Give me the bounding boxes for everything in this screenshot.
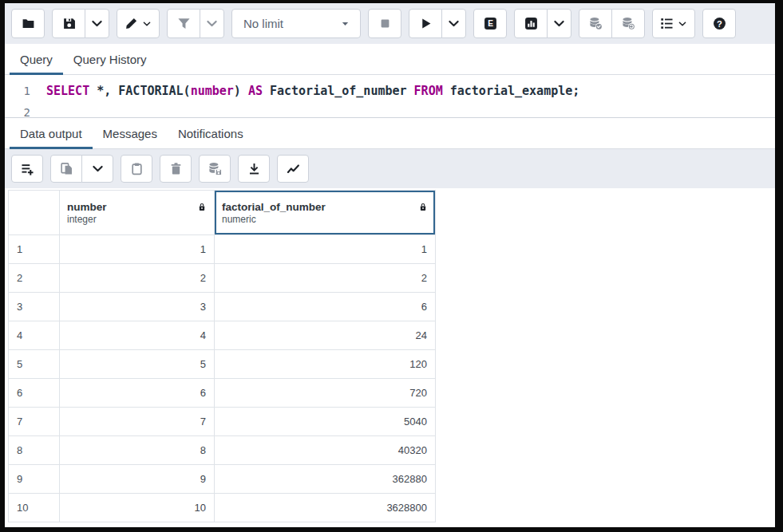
row-number-cell[interactable]: 1 xyxy=(9,235,60,264)
data-cell[interactable]: 5 xyxy=(60,350,215,379)
macros-button[interactable] xyxy=(652,9,695,38)
data-cell[interactable]: 6 xyxy=(215,293,436,321)
tab-messages[interactable]: Messages xyxy=(93,118,168,148)
graph-visualiser-button[interactable] xyxy=(277,155,309,183)
explain-button[interactable]: E xyxy=(473,9,507,38)
chevron-down-icon xyxy=(447,17,461,30)
folder-open-icon xyxy=(22,17,35,30)
delete-row-icon xyxy=(169,162,183,175)
line-number: 2 xyxy=(5,102,46,117)
data-cell[interactable]: 2 xyxy=(215,264,436,293)
commit-button[interactable] xyxy=(579,9,612,38)
data-cell[interactable]: 720 xyxy=(215,379,436,408)
table-row: 10103628800 xyxy=(9,494,436,522)
row-number-cell[interactable]: 5 xyxy=(9,350,60,379)
chevron-down-icon xyxy=(138,19,152,29)
data-cell[interactable]: 120 xyxy=(215,350,436,379)
stop-button[interactable] xyxy=(368,9,401,38)
tab-data-output[interactable]: Data output xyxy=(10,118,93,148)
add-row-icon xyxy=(21,162,34,175)
save-results-to-file-button[interactable] xyxy=(238,155,270,183)
table-row: 55120 xyxy=(9,350,436,379)
delete-rows-button[interactable] xyxy=(160,155,192,183)
graph-icon xyxy=(287,162,300,175)
data-cell[interactable]: 3628800 xyxy=(215,494,436,522)
data-cell[interactable]: 7 xyxy=(60,408,215,436)
rollback-button[interactable] xyxy=(611,9,645,38)
macros-icon xyxy=(660,17,674,30)
data-cell[interactable]: 40320 xyxy=(215,436,436,465)
copy-options-dropdown[interactable] xyxy=(81,155,113,183)
db-commit-icon xyxy=(589,17,603,30)
copy-icon xyxy=(60,162,73,175)
paste-icon xyxy=(130,162,144,175)
copy-button[interactable] xyxy=(50,155,82,183)
filter-options-dropdown[interactable] xyxy=(200,9,224,38)
row-number-cell[interactable]: 8 xyxy=(9,436,60,465)
data-cell[interactable]: 3 xyxy=(60,293,215,321)
download-icon xyxy=(247,162,261,175)
table-row: 336 xyxy=(9,293,436,321)
row-number-header[interactable] xyxy=(9,191,60,235)
save-options-dropdown[interactable] xyxy=(85,9,109,38)
column-type: integer xyxy=(67,214,207,225)
paste-button[interactable] xyxy=(121,155,152,183)
execute-button[interactable] xyxy=(409,9,442,38)
column-header-factorial_of_number[interactable]: factorial_of_numbernumeric xyxy=(215,191,436,235)
row-number-cell[interactable]: 10 xyxy=(9,494,60,522)
data-cell[interactable]: 5040 xyxy=(215,408,436,436)
chevron-down-icon xyxy=(205,17,219,30)
tab-query[interactable]: Query xyxy=(10,44,63,74)
save-data-changes-button[interactable] xyxy=(199,155,231,183)
table-row: 111 xyxy=(9,235,436,264)
sql-editor[interactable]: 1SELECT *, FACTORIAL(number) AS Factoria… xyxy=(5,75,775,117)
caret-down-filled-icon xyxy=(340,18,350,29)
explain-analyze-button[interactable] xyxy=(514,9,548,38)
save-file-button[interactable] xyxy=(52,9,85,38)
tab-query-history[interactable]: Query History xyxy=(63,44,157,74)
data-cell[interactable]: 1 xyxy=(60,235,215,264)
stop-icon xyxy=(378,17,392,30)
row-number-cell[interactable]: 4 xyxy=(9,321,60,350)
column-header-number[interactable]: numberinteger xyxy=(60,191,215,235)
save-data-icon xyxy=(208,162,222,175)
data-cell[interactable]: 8 xyxy=(60,436,215,465)
data-cell[interactable]: 1 xyxy=(215,235,436,264)
results-grid: numberintegerfactorial_of_numbernumeric1… xyxy=(8,190,436,522)
chevron-down-icon xyxy=(90,17,104,30)
output-panel: Data outputMessagesNotifications numberi… xyxy=(5,117,775,527)
data-cell[interactable]: 2 xyxy=(60,264,215,293)
help-button[interactable]: ? xyxy=(702,9,736,38)
table-row: 4424 xyxy=(9,321,436,350)
add-row-button[interactable] xyxy=(11,155,43,183)
filter-button[interactable] xyxy=(167,9,200,38)
data-grid-toolbar xyxy=(5,149,775,188)
table-row: 66720 xyxy=(9,379,436,408)
data-cell[interactable]: 24 xyxy=(215,321,436,350)
execute-options-dropdown[interactable] xyxy=(441,9,466,38)
row-number-cell[interactable]: 7 xyxy=(9,408,60,436)
row-limit-select[interactable]: No limit xyxy=(231,9,361,38)
output-tab-bar: Data outputMessagesNotifications xyxy=(5,118,775,149)
edit-menu-button[interactable] xyxy=(117,9,160,38)
code-line[interactable]: 1SELECT *, FACTORIAL(number) AS Factoria… xyxy=(5,81,775,102)
table-row: 775040 xyxy=(9,408,436,436)
code-line[interactable]: 2 xyxy=(5,102,775,117)
open-file-button[interactable] xyxy=(11,9,45,38)
results-area: numberintegerfactorial_of_numbernumeric1… xyxy=(5,188,775,527)
tab-notifications[interactable]: Notifications xyxy=(168,118,254,148)
data-cell[interactable]: 362880 xyxy=(215,465,436,494)
data-cell[interactable]: 10 xyxy=(60,494,215,522)
data-cell[interactable]: 6 xyxy=(60,379,215,408)
row-number-cell[interactable]: 9 xyxy=(9,465,60,494)
row-number-cell[interactable]: 6 xyxy=(9,379,60,408)
data-cell[interactable]: 9 xyxy=(60,465,215,494)
explain-analyze-options-dropdown[interactable] xyxy=(547,9,571,38)
row-number-cell[interactable]: 3 xyxy=(9,293,60,321)
chevron-down-icon xyxy=(91,162,105,175)
sql-text: SELECT *, FACTORIAL(number) AS Factorial… xyxy=(46,81,579,102)
table-row: 222 xyxy=(9,264,436,293)
data-cell[interactable]: 4 xyxy=(60,321,215,350)
column-name: number xyxy=(67,201,107,213)
row-number-cell[interactable]: 2 xyxy=(9,264,60,293)
